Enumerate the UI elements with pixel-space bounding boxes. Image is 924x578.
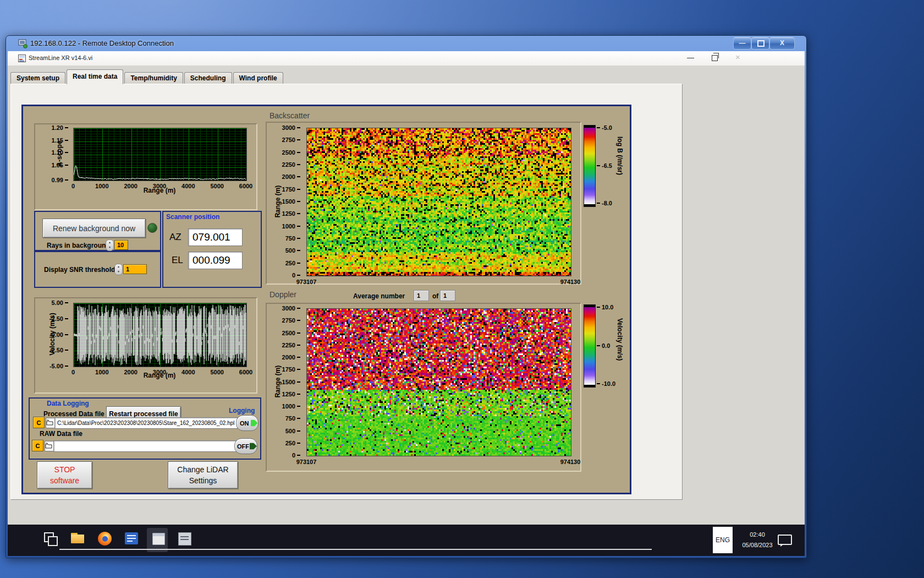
raw-data-file-label: RAW Data file (40, 430, 82, 438)
raw-path-field[interactable] (53, 440, 237, 452)
doppler-ytick: 1500 (282, 379, 300, 385)
average-count-field[interactable]: 1 (440, 290, 455, 301)
velocity-scope-ytick: 5.00 (52, 299, 68, 306)
snr-spinner[interactable]: ▲▼ (114, 264, 123, 275)
streamline-app-icon[interactable] (151, 531, 166, 546)
average-number-label: Average number (353, 292, 405, 300)
doppler-cbar-tick: -10.0 (597, 380, 615, 387)
off-label: OFF (237, 443, 249, 450)
a-scope-ytick: 0.99 (52, 177, 68, 183)
app-close-button[interactable]: × (735, 52, 740, 62)
backscatter-ytick: 2250 (282, 161, 300, 168)
doppler-heatmap-canvas (306, 308, 571, 456)
rdp-titlebar[interactable]: 192.168.0.122 - Remote Desktop Connectio… (6, 36, 806, 51)
velocity-scope-xtick: 5000 (210, 369, 223, 375)
backscatter-ytick: 1000 (282, 223, 300, 230)
language-indicator[interactable]: ENG (713, 527, 733, 553)
a-scope-xtick: 2000 (124, 183, 137, 189)
a-scope-xtick: 5000 (210, 183, 223, 189)
snr-value-field[interactable]: 1 (123, 264, 147, 274)
velocity-plot-canvas (73, 303, 247, 367)
raw-browse-icon[interactable] (45, 441, 54, 451)
tab-scheduling[interactable]: Scheduling (184, 72, 232, 84)
velocity-scope-xtick: 0 (72, 369, 75, 375)
tab-wind-profile[interactable]: Wind profile (233, 72, 283, 84)
el-value-field[interactable]: 000.099 (188, 252, 243, 269)
scan-scheduler-icon[interactable] (177, 531, 192, 546)
taskbar-edge-line (59, 549, 652, 550)
rays-spinner[interactable]: ▲▼ (106, 239, 114, 251)
taskbar-clock[interactable]: 02:40 05/08/2023 (735, 530, 780, 552)
app-titlebar[interactable]: StreamLine XR v14-6.vi — × (8, 51, 805, 66)
display-snr-threshold-label: Display SNR threshold (44, 266, 115, 274)
doppler-ytick: 250 (285, 440, 300, 446)
velocity-scope-ytick: -5.00 (50, 363, 68, 369)
labview-vi-icon (18, 54, 26, 62)
processed-browse-icon[interactable] (46, 418, 55, 428)
restore-icon (713, 53, 719, 58)
doppler-ytick: 1000 (282, 403, 300, 410)
backscatter-ytick: 2000 (282, 173, 300, 180)
rdp-window: 192.168.0.122 - Remote Desktop Connectio… (6, 35, 807, 558)
velocity-scope-ytick: 2.50 (52, 315, 68, 322)
average-number-field[interactable]: 1 (414, 290, 429, 301)
doppler-title: Doppler (270, 290, 296, 299)
file-explorer-icon[interactable] (70, 531, 85, 546)
backscatter-ytick: 250 (285, 260, 300, 266)
processed-path-field[interactable]: C:\Lidar\Data\Proc\2023\202308\20230805\… (54, 417, 238, 429)
raw-drive-selector[interactable]: C (32, 440, 43, 451)
backscatter-title: Backscatter (270, 111, 310, 120)
backscatter-cbar-tick: -6.5 (597, 162, 612, 169)
a-scope-plot-canvas (73, 128, 247, 181)
raw-logging-toggle[interactable]: OFF (234, 438, 257, 454)
az-value-field[interactable]: 079.001 (188, 228, 243, 246)
logging-on-led (251, 419, 258, 427)
lidar-front-panel: Backscatter Doppler Average number 1 of … (21, 105, 631, 494)
velocity-scope-xtick: 2000 (124, 369, 137, 375)
backscatter-ytick: 3000 (282, 124, 300, 131)
doppler-cbar-tick: 0.0 (597, 342, 610, 349)
change-lidar-settings-button[interactable]: Change LiDAR Settings (168, 461, 238, 489)
of-label: of (432, 292, 438, 300)
backscatter-ytick: 750 (285, 235, 300, 242)
firefox-icon[interactable] (97, 531, 112, 546)
backscatter-cbar-tick: -8.0 (597, 200, 612, 206)
logging-off-led (250, 442, 257, 450)
a-scope-xtick: 3000 (153, 183, 166, 189)
velocity-scope-ytick: 0.00 (52, 331, 68, 338)
backscatter-ytick: 1750 (282, 186, 300, 193)
rdp-close-button[interactable]: X (769, 37, 795, 50)
processed-logging-toggle[interactable]: ON (236, 415, 258, 431)
rdp-minimize-button[interactable]: — (733, 37, 751, 50)
rdp-maximize-button[interactable] (751, 37, 769, 50)
close-icon: X (770, 37, 794, 48)
tab-real-time-data[interactable]: Real time data (67, 69, 123, 84)
backscatter-ytick: 2750 (282, 137, 300, 143)
app-body: System setupReal time dataTemp/humidityS… (8, 66, 805, 525)
doppler-range-axis-label: Range (m) (274, 354, 282, 409)
doppler-ytick: 0 (292, 452, 300, 459)
velocity-scope-xtick: 4000 (182, 369, 195, 375)
stop-line2: software (50, 475, 79, 486)
backscatter-range-axis-label: Range (m) (274, 174, 282, 229)
backscatter-heatmap-canvas (306, 128, 571, 276)
app-minimize-button[interactable]: — (687, 53, 694, 62)
az-label: AZ (169, 232, 182, 243)
a-scope-ytick: 1.10 (52, 149, 68, 156)
stop-software-button[interactable]: STOP software (37, 461, 92, 489)
a-scope-xtick: 6000 (239, 183, 252, 189)
processed-drive-selector[interactable]: C (33, 417, 45, 428)
doppler-ytick: 2500 (282, 330, 300, 336)
backscatter-colorbar (584, 125, 596, 207)
task-view-icon[interactable] (43, 531, 58, 546)
notification-center-icon[interactable] (778, 535, 792, 545)
tab-system-setup[interactable]: System setup (10, 72, 65, 84)
velocity-scope-xtick: 3000 (153, 369, 166, 375)
doppler-ytick: 2000 (282, 354, 300, 361)
app-restore-button[interactable] (712, 55, 718, 61)
clock-date: 05/08/2023 (735, 540, 780, 550)
rays-value-field[interactable]: 10 (114, 240, 128, 250)
scan-app-icon[interactable] (124, 531, 139, 546)
tab-temp-humidity[interactable]: Temp/humidity (124, 72, 183, 84)
renew-background-button[interactable]: Renew background now (42, 219, 146, 238)
